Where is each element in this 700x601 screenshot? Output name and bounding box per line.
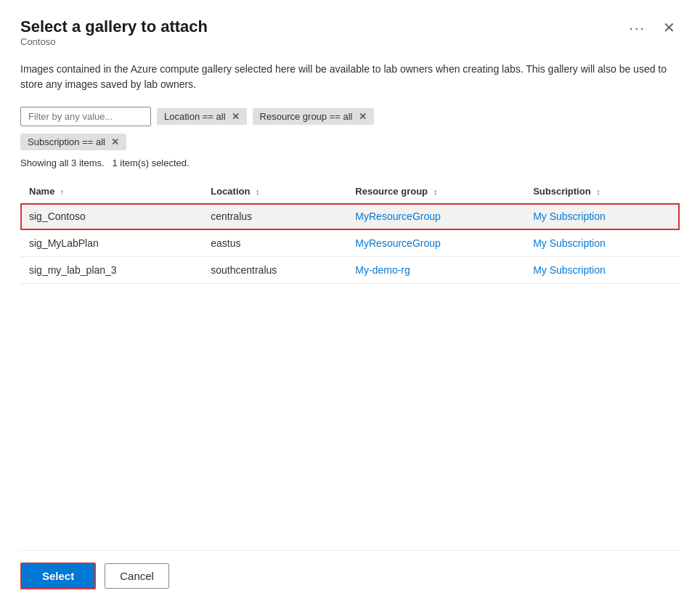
cell-subscription[interactable]: My Subscription xyxy=(524,257,680,284)
filter-input[interactable] xyxy=(20,107,151,126)
col-header-resource-group[interactable]: Resource group ↕ xyxy=(346,180,524,203)
resource-group-link[interactable]: My-demo-rg xyxy=(355,264,410,276)
dialog-title-group: Select a gallery to attach Contoso xyxy=(20,17,208,59)
dialog-header: Select a gallery to attach Contoso ··· ✕ xyxy=(20,17,680,59)
dialog-footer: Select Cancel xyxy=(20,550,680,601)
showing-text: Showing all 3 items. 1 item(s) selected. xyxy=(20,158,680,168)
col-header-location[interactable]: Location ↕ xyxy=(202,180,346,203)
dialog-container: Select a gallery to attach Contoso ··· ✕… xyxy=(0,0,700,601)
resource-group-link[interactable]: MyResourceGroup xyxy=(355,210,441,222)
filter-tag-resource-group-close[interactable]: ✕ xyxy=(359,111,367,122)
cell-location: southcentralus xyxy=(202,257,346,284)
subscription-link[interactable]: My Subscription xyxy=(533,264,606,276)
filter-tag-resource-group-label: Resource group == all xyxy=(260,111,353,122)
cell-name: sig_Contoso xyxy=(20,203,202,230)
sort-icon-subscription: ↕ xyxy=(596,187,601,196)
table-header: Name ↑ Location ↕ Resource group ↕ Subsc… xyxy=(20,180,680,203)
filter-tag-location-label: Location == all xyxy=(164,111,226,122)
cell-resource-group[interactable]: MyResourceGroup xyxy=(346,203,524,230)
table-row[interactable]: sig_MyLabPlaneastusMyResourceGroupMy Sub… xyxy=(20,230,680,257)
filter-tag-location-close[interactable]: ✕ xyxy=(232,111,240,122)
showing-selected: 1 item(s) selected. xyxy=(112,158,189,168)
sort-icon-resource-group: ↕ xyxy=(434,187,438,196)
dialog-header-actions: ··· ✕ xyxy=(624,17,680,38)
subscription-link[interactable]: My Subscription xyxy=(533,210,606,222)
cell-name: sig_my_lab_plan_3 xyxy=(20,257,202,284)
cell-subscription[interactable]: My Subscription xyxy=(524,230,680,257)
close-button[interactable]: ✕ xyxy=(659,17,680,38)
cell-resource-group[interactable]: MyResourceGroup xyxy=(346,230,524,257)
sort-icon-location: ↕ xyxy=(256,187,260,196)
table-row[interactable]: sig_my_lab_plan_3southcentralusMy-demo-r… xyxy=(20,257,680,284)
cell-location: eastus xyxy=(202,230,346,257)
filter-tag-location: Location == all ✕ xyxy=(157,108,247,125)
filter-tag-subscription-close[interactable]: ✕ xyxy=(111,136,119,147)
subscription-link[interactable]: My Subscription xyxy=(533,237,606,249)
dialog-title: Select a gallery to attach xyxy=(20,17,208,36)
filter-row: Location == all ✕ Resource group == all … xyxy=(20,107,680,126)
col-header-name[interactable]: Name ↑ xyxy=(20,180,202,203)
cancel-button[interactable]: Cancel xyxy=(105,563,169,589)
cell-subscription[interactable]: My Subscription xyxy=(524,203,680,230)
sort-icon-name: ↑ xyxy=(60,187,65,196)
select-button[interactable]: Select xyxy=(20,563,96,589)
filter-tag-subscription-label: Subscription == all xyxy=(28,136,105,147)
cell-name: sig_MyLabPlan xyxy=(20,230,202,257)
filter-tag-subscription: Subscription == all ✕ xyxy=(20,134,126,150)
filter-tag-resource-group: Resource group == all ✕ xyxy=(253,108,374,125)
filter-row-2: Subscription == all ✕ xyxy=(20,134,680,150)
gallery-table: Name ↑ Location ↕ Resource group ↕ Subsc… xyxy=(20,180,680,284)
col-header-subscription[interactable]: Subscription ↕ xyxy=(524,180,680,203)
showing-count: Showing all 3 items. xyxy=(20,158,105,168)
dialog-subtitle: Contoso xyxy=(20,36,208,47)
cell-location: centralus xyxy=(202,203,346,230)
table-body: sig_ContosocentralusMyResourceGroupMy Su… xyxy=(20,203,680,284)
cell-resource-group[interactable]: My-demo-rg xyxy=(346,257,524,284)
table-row[interactable]: sig_ContosocentralusMyResourceGroupMy Su… xyxy=(20,203,680,230)
dialog-description: Images contained in the Azure compute ga… xyxy=(20,62,674,92)
resource-group-link[interactable]: MyResourceGroup xyxy=(355,237,441,249)
more-options-button[interactable]: ··· xyxy=(624,18,650,38)
